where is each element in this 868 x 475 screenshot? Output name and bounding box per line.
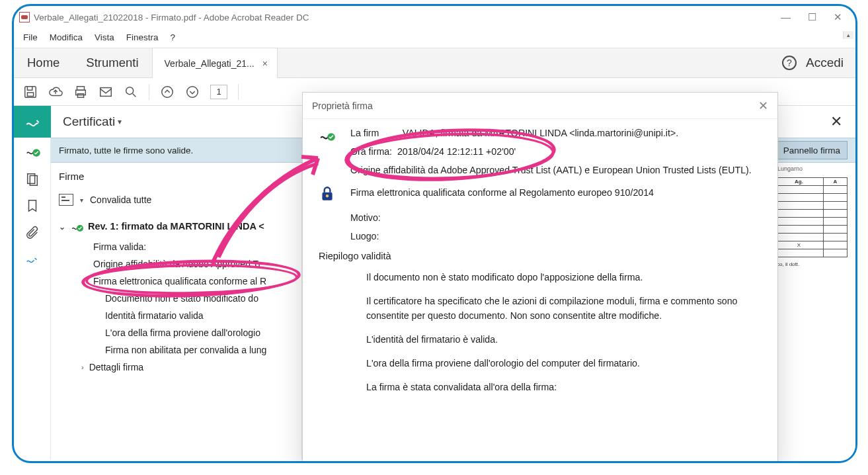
page-number-input[interactable] bbox=[210, 85, 227, 99]
signatures-icon[interactable] bbox=[25, 251, 40, 266]
dialog-qualified-line: Firma elettronica qualificata conforme a… bbox=[350, 185, 762, 200]
pdf-file-icon bbox=[19, 12, 30, 22]
riepilogo-item: L'ora della firma proviene dall'orologio… bbox=[366, 356, 762, 370]
svg-rect-4 bbox=[77, 93, 83, 97]
accedi-link[interactable]: Accedi bbox=[806, 56, 844, 70]
certificati-icon bbox=[14, 106, 51, 138]
dettagli-firma[interactable]: › Dettagli firma bbox=[81, 362, 301, 372]
window-frame: Verbale_Allegati_21022018 - Firmato.pdf … bbox=[12, 4, 857, 463]
menubar: File Modifica Vista Finestra ? bbox=[14, 28, 855, 48]
tab-document-label: Verbale_Allegati_21... bbox=[165, 58, 255, 69]
doc-not-modified-line: Documento non è stato modificato do bbox=[105, 293, 301, 304]
left-nav bbox=[14, 138, 51, 163]
left-nav-column bbox=[14, 163, 51, 460]
menu-help[interactable]: ? bbox=[171, 32, 176, 42]
ora-firma-line: L'ora della firma proviene dall'orologio bbox=[105, 327, 301, 338]
doc-footer-text: sco, il dott. bbox=[774, 261, 848, 267]
search-icon[interactable] bbox=[124, 85, 138, 99]
window-title: Verbale_Allegati_21022018 - Firmato.pdf … bbox=[34, 13, 309, 22]
dialog-close-button[interactable]: ✕ bbox=[758, 99, 768, 113]
toolbar-separator bbox=[149, 84, 149, 100]
svg-point-6 bbox=[126, 87, 134, 94]
qualificata-line: Firma elettronica qualificata conforme a… bbox=[93, 276, 301, 286]
riepilogo-item: Il certificatore ha specificato che le a… bbox=[366, 294, 762, 323]
firma-non-abilitata-line: Firma non abilitata per convalida a lung bbox=[105, 345, 301, 355]
cloud-upload-icon[interactable] bbox=[48, 85, 63, 99]
chevron-right-icon: › bbox=[81, 363, 84, 371]
dialog-riepilogo-list: Il documento non è stato modificato dopo… bbox=[366, 270, 762, 394]
doc-mini-table: Ag.A X bbox=[774, 177, 848, 257]
menu-file[interactable]: File bbox=[23, 32, 38, 42]
revision-1-row[interactable]: ⌄ Rev. 1: firmato da MARTORINI LINDA < bbox=[59, 220, 301, 232]
svg-point-15 bbox=[326, 194, 329, 197]
dialog-titlebar: Proprietà firma ✕ bbox=[303, 93, 777, 119]
bookmark-icon[interactable] bbox=[25, 198, 40, 213]
signature-ok-icon bbox=[71, 220, 83, 232]
firme-panel: Firme ▾ Convalida tutte ⌄ Rev. 1: firmat… bbox=[51, 163, 302, 460]
toolbar-separator bbox=[238, 84, 239, 100]
identita-valida-line: Identità firmatario valida bbox=[105, 310, 301, 321]
svg-rect-2 bbox=[77, 86, 85, 90]
dialog-body: La firm VALIDA, firmata da MARTORINI LIN… bbox=[303, 119, 777, 462]
signature-valid-icon bbox=[25, 143, 40, 157]
attachment-icon[interactable] bbox=[25, 225, 40, 239]
minimize-button[interactable]: — bbox=[781, 11, 791, 23]
certificati-dropdown[interactable]: Certificati ▾ bbox=[51, 114, 122, 129]
tab-document-close[interactable]: × bbox=[262, 58, 268, 69]
svg-rect-5 bbox=[100, 87, 112, 96]
tab-row: Home Strumenti Verbale_Allegati_21... × … bbox=[14, 48, 855, 78]
dialog-valid-line: La firm VALIDA, firmata da MARTORINI LIN… bbox=[350, 126, 762, 140]
doc-header-text: , Lungarno bbox=[774, 165, 848, 172]
certificati-close[interactable]: ✕ bbox=[830, 113, 855, 130]
proprieta-firma-dialog: Proprietà firma ✕ La firm VALIDA, firmat… bbox=[302, 92, 778, 462]
caret-down-icon: ▾ bbox=[118, 117, 122, 126]
lock-eu-icon bbox=[319, 185, 337, 206]
convalida-tutte-button[interactable]: ▾ Convalida tutte bbox=[59, 194, 301, 206]
close-window-button[interactable]: ✕ bbox=[834, 11, 842, 23]
riepilogo-item: Il documento non è stato modificato dopo… bbox=[366, 270, 762, 284]
dialog-riepilogo-title: Riepilogo validità bbox=[319, 249, 762, 263]
riepilogo-item: L'identità del firmatario è valida. bbox=[366, 332, 762, 347]
scroll-up-icon[interactable]: ▴ bbox=[843, 31, 853, 39]
chevron-down-icon: ⌄ bbox=[59, 222, 65, 232]
page-up-icon[interactable] bbox=[160, 85, 175, 99]
caret-down-icon: ▾ bbox=[80, 196, 83, 204]
svg-point-7 bbox=[162, 86, 173, 97]
firme-title: Firme bbox=[59, 171, 301, 182]
signature-valid-icon bbox=[319, 126, 337, 181]
thumbnails-icon[interactable] bbox=[25, 172, 40, 187]
dialog-title: Proprietà firma bbox=[312, 101, 373, 111]
dialog-motivo: Motivo: bbox=[350, 210, 762, 225]
svg-point-8 bbox=[187, 86, 198, 97]
save-icon[interactable] bbox=[23, 85, 38, 99]
tab-document[interactable]: Verbale_Allegati_21... × bbox=[152, 48, 278, 78]
validate-all-icon bbox=[59, 194, 73, 206]
mail-icon[interactable] bbox=[99, 85, 113, 99]
firma-valida-line: Firma valida: bbox=[93, 241, 301, 252]
menu-vista[interactable]: Vista bbox=[95, 32, 114, 42]
menu-finestra[interactable]: Finestra bbox=[126, 32, 159, 42]
titlebar: Verbale_Allegati_21022018 - Firmato.pdf … bbox=[14, 6, 855, 28]
page-down-icon[interactable] bbox=[185, 85, 200, 99]
print-icon[interactable] bbox=[73, 85, 88, 99]
tab-strumenti[interactable]: Strumenti bbox=[73, 56, 151, 70]
help-button[interactable]: ? bbox=[782, 56, 797, 70]
signed-banner-text: Firmato, tutte le firme sono valide. bbox=[59, 146, 193, 155]
dialog-luogo: Luogo: bbox=[350, 229, 762, 243]
tab-home[interactable]: Home bbox=[14, 56, 73, 70]
riepilogo-item: La firma è stata convalidata all'ora del… bbox=[366, 380, 762, 394]
revision-details: Firma valida: Origine affidabilità da Ad… bbox=[93, 241, 301, 372]
origine-line: Origine affidabilità da Adobe Approved T… bbox=[93, 259, 301, 269]
document-page-snippet: , Lungarno Ag.A X sco, il dott. bbox=[771, 163, 850, 460]
maximize-button[interactable]: ☐ bbox=[808, 11, 816, 23]
svg-rect-1 bbox=[27, 92, 33, 96]
dialog-origine-line: Origine affidabilità da Adobe Approved T… bbox=[350, 163, 762, 177]
menu-modifica[interactable]: Modifica bbox=[50, 32, 83, 42]
dialog-orafirma-line: Ora firma: 2018/04/24 12:12:11 +02'00' bbox=[350, 144, 762, 159]
